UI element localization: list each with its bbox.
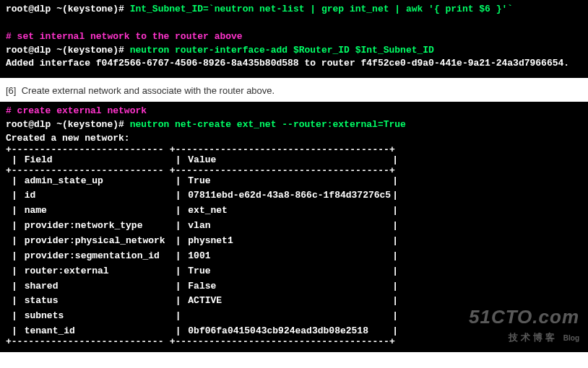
watermark-blog: Blog (563, 334, 579, 342)
step-text: Create external network and associate wi… (22, 85, 274, 96)
command: Int_Subnet_ID=`neutron net-list | grep i… (130, 4, 514, 14)
step-instruction: [6] Create external network and associat… (0, 78, 588, 102)
header-field: Field (25, 154, 53, 165)
value-cell: 0bf06fa0415043cb924ead3db08e2518 (188, 325, 368, 336)
output-line: Added interface f04f2566-6767-4506-8926-… (6, 57, 582, 71)
watermark-logo: 51CTO.com (469, 304, 579, 331)
value-cell: 07811ebd-e62d-43a8-866c-1f84d37276c5 (188, 190, 391, 201)
value-cell: True (188, 266, 210, 276)
field-cell: admin_state_up (25, 175, 103, 186)
table-separator: +--------------------------- +----------… (6, 168, 404, 174)
comment-line: # create external network (6, 105, 582, 118)
table-row: | shared| False| (6, 279, 404, 294)
value-cell: vlan (188, 220, 210, 231)
table-row: | name| ext_net| (6, 203, 404, 219)
command: neutron router-interface-add $Router_ID … (130, 45, 434, 56)
field-cell: status (25, 295, 59, 306)
field-cell: id (25, 190, 36, 201)
comment-line: # set internal network to the router abo… (6, 30, 582, 44)
cmd-line: root@dlp ~(keystone)# neutron net-create… (6, 118, 582, 132)
value-cell: 1001 (188, 250, 210, 261)
watermark: 51CTO.com 技术博客 Blog (469, 304, 579, 345)
header-value: Value (188, 154, 216, 165)
watermark-sub: 技术博客 (509, 332, 558, 343)
result-table: +--------------------------- +----------… (6, 147, 404, 345)
table-row: | provider:segmentation_id| 1001| (6, 249, 404, 264)
field-cell: tenant_id (25, 325, 75, 336)
field-cell: name (25, 205, 47, 216)
field-cell: subnets (25, 310, 64, 321)
table-separator: +--------------------------- +----------… (6, 339, 404, 345)
cmd-line-1: root@dlp ~(keystone)# Int_Subnet_ID=`neu… (6, 3, 582, 17)
prompt: root@dlp ~(keystone)# (6, 45, 124, 56)
value-cell: physnet1 (188, 235, 233, 246)
terminal-block-2: # create external network root@dlp ~(key… (0, 102, 588, 352)
field-cell: provider:physical_network (25, 235, 165, 246)
step-number: [6] (6, 85, 16, 96)
field-cell: router:external (25, 266, 109, 276)
table-row: | status| ACTIVE| (6, 294, 404, 309)
command: neutron net-create ext_net --router:exte… (130, 119, 406, 130)
table-row: | id| 07811ebd-e62d-43a8-866c-1f84d37276… (6, 188, 404, 203)
prompt: root@dlp ~(keystone)# (6, 119, 124, 130)
table-row: | subnets| | (6, 309, 404, 324)
value-cell: ACTIVE (188, 295, 222, 306)
table-row: | provider:physical_network| physnet1| (6, 234, 404, 249)
table-separator: +--------------------------- +----------… (6, 147, 404, 153)
table-row: | router:external| True| (6, 264, 404, 279)
cmd-line-2: root@dlp ~(keystone)# neutron router-int… (6, 44, 582, 58)
value-cell: True (188, 175, 210, 186)
prompt: root@dlp ~(keystone)# (6, 4, 124, 14)
value-cell: False (188, 281, 216, 292)
terminal-block-1: root@dlp ~(keystone)# Int_Subnet_ID=`neu… (0, 0, 588, 78)
output-line: Created a new network: (6, 132, 582, 146)
table-row: | provider:network_type| vlan| (6, 219, 404, 234)
table-row: | admin_state_up| True| (6, 174, 404, 189)
field-cell: provider:network_type (25, 220, 143, 231)
value-cell: ext_net (188, 205, 228, 216)
field-cell: provider:segmentation_id (25, 250, 160, 261)
field-cell: shared (25, 281, 59, 292)
